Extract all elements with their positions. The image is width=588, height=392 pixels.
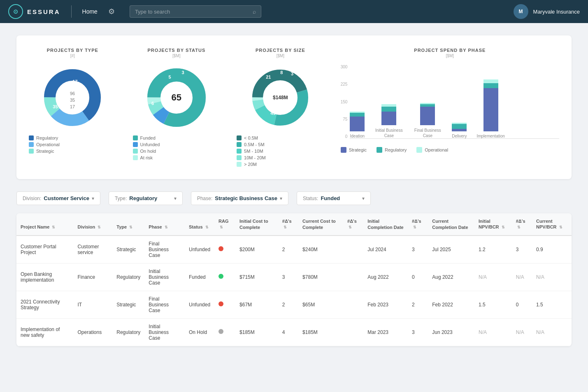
legend-by-status: Funded Unfunded On hold At risk [133,135,160,160]
col-project-name[interactable]: Project Name ⇅ [16,213,74,236]
cell-type: Regulatory [112,263,144,291]
col-current-npv[interactable]: Current NPV/BCR ⇅ [532,213,572,236]
table-row: 2021 Connectivity Strategy IT Strategic … [16,291,572,318]
cell-division: Customer service [74,236,113,264]
size-donut-label: $148M [273,95,288,100]
cell-project-name: 2021 Connectivity Strategy [16,291,74,318]
bar-ideation: Ideation [350,112,365,138]
projects-table: Project Name ⇅ Division ⇅ Type ⇅ Phase ⇅… [16,213,572,346]
col-division[interactable]: Division ⇅ [74,213,113,236]
legend-regulatory: Regulatory [377,147,407,153]
chevron-down-icon-type: ▾ [174,196,177,201]
legend-dot-unfunded [133,142,138,147]
col-initial-npv[interactable]: Initial NPV/BCR ⇅ [474,213,512,236]
search-icon: ⌕ [253,8,256,15]
col-current-completion[interactable]: Current Completion Date [428,213,474,236]
legend-item-on-hold: On hold [133,149,160,154]
legend-item-05-5: 0.5M - 5M [237,142,266,147]
col-initial-cost[interactable]: Initial Cost to Complete [235,213,278,236]
bar-delivery: Delivery [452,123,467,138]
cell-status: On Hold [185,318,214,346]
col-type[interactable]: Type ⇅ [112,213,144,236]
filter-type-label: Type: [115,196,127,201]
cell-type: Regulatory [112,318,144,346]
cell-deltas3: 3 [408,318,428,346]
gear-icon[interactable]: ⚙ [108,7,115,16]
cell-current-npv: 1.5 [532,291,572,318]
cell-deltas3: 2 [408,291,428,318]
bars-container: Ideation Initial Business Case [350,65,559,139]
cell-initial-npv: N/A [474,318,512,346]
col-status[interactable]: Status ⇅ [185,213,214,236]
cell-initial-cost: $185M [235,318,278,346]
col-rag[interactable]: RAG ⇅ [214,213,235,236]
cell-deltas4: N/A [512,263,532,291]
cell-deltas2 [343,236,363,264]
cell-deltas4: 0 [512,291,532,318]
filter-phase[interactable]: Phase: Strategic Business Case ▾ [191,191,288,205]
cell-type: Strategic [112,291,144,318]
cell-initial-npv: 1.5 [474,291,512,318]
header-divider [71,5,72,18]
cell-current-cost: $240M [298,236,343,264]
col-initial-completion[interactable]: Initial Completion Date [363,213,408,236]
chart-by-type: PROJECTS BY TYPE [#] 96 35 17 [29,48,116,167]
app-header: ⊙ ESSURA Home ⚙ ⌕ M Maryvale Insurance [0,0,588,23]
col-deltas1[interactable]: #Δ's ⇅ [278,213,298,236]
legend-item-5-10: 5M - 10M [237,149,266,154]
search-bar[interactable]: ⌕ [130,5,261,18]
legend-item-gt20: > 20M [237,162,266,167]
cell-current-completion: Jul 2025 [428,236,474,264]
filter-division[interactable]: Division: Customer Service ▾ [16,191,100,205]
cell-initial-npv: 1.2 [474,236,512,264]
filter-status[interactable]: Status: Funded ▾ [297,191,371,205]
cell-current-completion: Jun 2023 [428,318,474,346]
chart-spend-by-phase: PROJECT SPEND BY PHASE [$M] 300 225 150 … [341,48,559,167]
chart-by-size-subtitle: [$M] [277,54,284,58]
chart-by-status: PROJECTS BY STATUS [$M] 65 6 5 3 [133,48,221,167]
bar-chart-inner: 300 225 150 75 0 Ideation [341,65,559,139]
col-deltas2[interactable]: #Δ's ⇅ [343,213,363,236]
cell-current-cost: $780M [298,263,343,291]
cell-project-name: Implementation of new safety [16,318,74,346]
col-current-cost[interactable]: Current Cost to Complete [298,213,343,236]
chart-by-type-subtitle: [#] [70,54,75,58]
cell-phase: Final Business Case [144,291,185,318]
chart-spend-subtitle: [$M] [446,54,454,58]
cell-initial-completion: Jul 2024 [363,236,408,264]
cell-phase: Initial Business Case [144,263,185,291]
cell-initial-completion: Mar 2023 [363,318,408,346]
legend-dot-operational [29,142,34,147]
chevron-down-icon-phase: ▾ [280,196,282,201]
cell-rag [214,263,235,291]
col-deltas3[interactable]: #Δ's ⇅ [408,213,428,236]
col-deltas4[interactable]: #Δ's ⇅ [512,213,532,236]
legend-item-lt05: < 0.5M [237,135,266,140]
legend-dot-regulatory [29,135,34,140]
filter-type[interactable]: Type: Regulatory ▾ [109,191,183,205]
cell-initial-npv: N/A [474,263,512,291]
cell-current-completion: Aug 2022 [428,263,474,291]
legend-strategic: Strategic [341,147,367,153]
y-axis: 300 225 150 75 0 [341,65,350,139]
cell-current-completion: Feb 2022 [428,291,474,318]
cell-rag [214,291,235,318]
cell-current-cost: $65M [298,291,343,318]
bar-implementation: Implementation [476,79,504,138]
logo-text: ESSURA [27,8,60,15]
chart-by-status-title: PROJECTS BY STATUS [147,48,205,53]
logo-area: ⊙ ESSURA [8,4,60,19]
logo-icon: ⊙ [8,4,23,19]
filter-status-label: Status: [303,196,318,201]
cell-status: Funded [185,263,214,291]
chart-by-type-title: PROJECTS BY TYPE [47,48,98,53]
col-phase[interactable]: Phase ⇅ [144,213,185,236]
cell-project-name: Open Banking implementation [16,263,74,291]
table-row: Open Banking implementation Finance Regu… [16,263,572,291]
nav-home[interactable]: Home [82,8,98,15]
search-input[interactable] [135,9,249,15]
cell-deltas3: 0 [408,263,428,291]
chart-by-status-subtitle: [$M] [172,54,180,58]
cell-initial-cost: $200M [235,236,278,264]
cell-deltas4: N/A [512,318,532,346]
